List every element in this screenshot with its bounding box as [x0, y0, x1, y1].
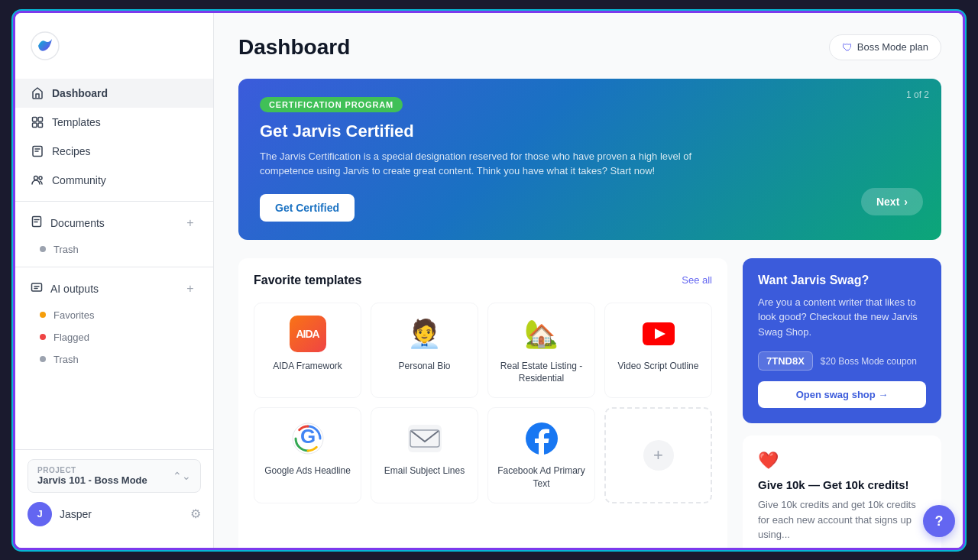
coupon-row: 7TND8X $20 Boss Mode coupon [758, 351, 926, 371]
trash-dot-icon [40, 246, 46, 252]
personal-bio-icon: 🧑‍💼 [406, 316, 443, 352]
add-ai-output-button[interactable]: + [183, 281, 198, 296]
sidebar-item-templates-label: Templates [52, 116, 101, 128]
template-name-real-estate: Real Estate Listing - Residential [494, 360, 588, 386]
see-all-link[interactable]: See all [682, 274, 712, 286]
template-card-facebook-ad[interactable]: Facebook Ad Primary Text [487, 407, 595, 503]
svg-rect-1 [33, 117, 37, 121]
user-row: J Jasper ⚙ [28, 502, 201, 526]
cert-badge: CERTIFICATION PROGRAM [260, 97, 403, 112]
ai-outputs-icon [31, 281, 43, 296]
trash-ai-label: Trash [53, 354, 79, 365]
chevron-icon: ⌃⌄ [173, 470, 191, 482]
template-card-video-script[interactable]: Video Script Outline [604, 303, 712, 399]
documents-header-left: Documents [31, 215, 105, 230]
template-name-personal-bio: Personal Bio [398, 360, 450, 373]
svg-point-7 [39, 176, 42, 180]
credits-description: Give 10k credits and get 10k credits for… [758, 497, 926, 542]
ai-outputs-section: AI outputs + Favorites Flagged Trash [15, 267, 213, 371]
template-card-email-subject[interactable]: Email Subject Lines [371, 407, 478, 503]
avatar: J [28, 502, 52, 526]
svg-rect-2 [38, 117, 43, 121]
real-estate-icon: 🏡 [523, 316, 560, 352]
avatar-initials: J [37, 508, 42, 520]
shield-icon: 🛡 [842, 41, 853, 53]
add-template-icon: + [643, 440, 674, 471]
sidebar-item-community-label: Community [52, 174, 106, 186]
get-certified-button[interactable]: Get Certified [260, 194, 355, 222]
boss-mode-button[interactable]: 🛡 Boss Mode plan [829, 34, 941, 60]
templates-section: Favorite templates See all AIDA AIDA Fra… [238, 258, 727, 548]
sidebar-item-flagged[interactable]: Flagged [15, 326, 213, 348]
grid-icon [31, 115, 44, 129]
settings-icon[interactable]: ⚙ [190, 507, 201, 521]
aida-icon: AIDA [290, 316, 326, 352]
facebook-ad-icon [523, 420, 560, 457]
banner-title: Get Jarvis Certified [260, 121, 920, 141]
sidebar-nav: Dashboard Templates Recipes Community [15, 79, 213, 449]
template-card-real-estate[interactable]: 🏡 Real Estate Listing - Residential [487, 303, 595, 399]
page-title: Dashboard [238, 35, 350, 60]
swag-panel: Want Jarvis Swag? Are you a content writ… [743, 258, 941, 424]
sidebar-item-dashboard-label: Dashboard [52, 87, 108, 99]
document-icon [31, 215, 43, 230]
right-panels: Want Jarvis Swag? Are you a content writ… [743, 258, 941, 548]
template-card-aida[interactable]: AIDA AIDA Framework [254, 303, 361, 399]
sidebar-item-trash-ai[interactable]: Trash [15, 348, 213, 371]
credits-title: Give 10k — Get 10k credits! [758, 478, 926, 491]
template-card-personal-bio[interactable]: 🧑‍💼 Personal Bio [371, 303, 478, 399]
sidebar-footer: PROJECT Jarvis 101 - Boss Mode ⌃⌄ J Jasp… [15, 449, 213, 536]
svg-point-6 [34, 176, 38, 180]
sidebar-item-community[interactable]: Community [15, 166, 213, 195]
help-button[interactable]: ? [923, 505, 955, 537]
favorites-label: Favorites [53, 309, 94, 321]
sidebar-item-recipes-label: Recipes [52, 145, 91, 157]
user-name: Jasper [60, 508, 183, 520]
template-card-google-ads[interactable]: G Google Ads Headline [254, 407, 361, 503]
swag-description: Are you a content writer that likes to l… [758, 295, 926, 340]
trash-ai-dot-icon [40, 356, 46, 362]
flagged-label: Flagged [53, 332, 89, 343]
sidebar-item-templates[interactable]: Templates [15, 108, 213, 137]
video-script-icon [640, 316, 677, 352]
sidebar-item-trash-documents[interactable]: Trash [15, 238, 213, 261]
logo [15, 25, 213, 79]
project-selector[interactable]: PROJECT Jarvis 101 - Boss Mode ⌃⌄ [28, 459, 201, 493]
book-icon [31, 144, 44, 158]
template-name-video-script: Video Script Outline [618, 360, 699, 373]
boss-mode-label: Boss Mode plan [857, 41, 928, 53]
sidebar-item-favorites[interactable]: Favorites [15, 304, 213, 326]
project-label: PROJECT [37, 466, 147, 474]
next-arrow-icon: › [904, 196, 908, 208]
ai-outputs-header-left: AI outputs [31, 281, 99, 296]
ai-outputs-header: AI outputs + [15, 274, 213, 304]
documents-header: Documents + [15, 208, 213, 238]
documents-label: Documents [50, 217, 105, 229]
sidebar-item-dashboard[interactable]: Dashboard [15, 79, 213, 108]
certification-banner: CERTIFICATION PROGRAM 1 of 2 Get Jarvis … [238, 79, 941, 240]
svg-rect-4 [38, 123, 43, 128]
templates-grid: AIDA AIDA Framework 🧑‍💼 Personal Bio 🏡 R… [254, 303, 712, 503]
google-ads-icon: G [290, 420, 326, 457]
content-row: Favorite templates See all AIDA AIDA Fra… [238, 258, 941, 548]
next-button[interactable]: Next › [861, 188, 923, 215]
templates-section-header: Favorite templates See all [254, 274, 712, 287]
add-document-button[interactable]: + [183, 215, 198, 231]
sidebar-item-recipes[interactable]: Recipes [15, 137, 213, 166]
banner-description: The Jarvis Certification is a special de… [260, 149, 718, 179]
add-template-card[interactable]: + [604, 407, 712, 503]
heart-icon: ❤️ [758, 451, 926, 471]
project-name: Jarvis 101 - Boss Mode [37, 474, 147, 486]
swag-shop-button[interactable]: Open swag shop → [758, 381, 926, 408]
next-label: Next [876, 196, 899, 208]
email-subject-icon [406, 420, 443, 457]
ai-outputs-label: AI outputs [50, 283, 99, 295]
documents-section: Documents + Trash [15, 201, 213, 261]
templates-section-title: Favorite templates [254, 274, 361, 287]
template-name-aida: AIDA Framework [273, 360, 342, 373]
help-icon: ? [935, 513, 944, 529]
sidebar: Dashboard Templates Recipes Community [15, 13, 214, 548]
main-content: Dashboard 🛡 Boss Mode plan CERTIFICATION… [214, 13, 963, 548]
project-info: PROJECT Jarvis 101 - Boss Mode [37, 466, 147, 486]
template-name-google-ads: Google Ads Headline [264, 465, 351, 477]
